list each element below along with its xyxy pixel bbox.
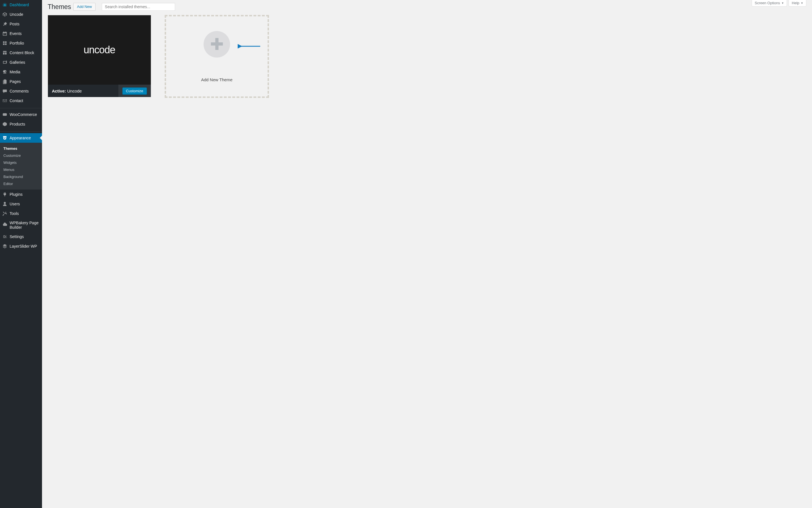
woocommerce-icon: [2, 112, 7, 117]
add-new-button[interactable]: Add New: [73, 3, 96, 11]
contact-icon: [2, 98, 7, 103]
settings-icon: [2, 234, 7, 239]
sidebar-item-label: Tools: [10, 211, 19, 216]
sidebar-item-label: Posts: [10, 22, 19, 26]
sidebar-item-pages[interactable]: Pages: [0, 77, 42, 86]
sidebar-item-media[interactable]: Media: [0, 67, 42, 77]
users-icon: [2, 201, 7, 207]
page-header: Themes Add New: [48, 0, 806, 15]
page-title: Themes: [48, 3, 71, 11]
sidebar-item-label: Uncode: [10, 12, 23, 17]
sidebar-item-label: Pages: [10, 79, 21, 84]
sidebar-item-portfolio[interactable]: Portfolio: [0, 38, 42, 48]
theme-card-footer: Active: Uncode Customize: [48, 85, 151, 97]
sidebar-item-layerslider[interactable]: LayerSlider WP: [0, 242, 42, 251]
submenu-item-menus[interactable]: Menus: [0, 166, 42, 173]
menu-separator: [0, 107, 42, 108]
screen-options-label: Screen Options: [755, 1, 780, 5]
sidebar-item-events[interactable]: Events: [0, 29, 42, 38]
theme-card-uncode[interactable]: uncode Active: Uncode Customize: [48, 15, 151, 97]
sidebar-item-woocommerce[interactable]: WooCommerce: [0, 110, 42, 119]
arrow-icon: [238, 43, 261, 50]
sidebar-item-label: Appearance: [10, 136, 31, 140]
menu-separator: [0, 130, 42, 132]
svg-rect-0: [3, 113, 7, 116]
sidebar-item-label: Media: [10, 70, 20, 74]
plugins-icon: [2, 192, 7, 197]
themes-grid: uncode Active: Uncode Customize ✚ Add Ne…: [48, 15, 806, 98]
sidebar-item-label: Portfolio: [10, 41, 24, 45]
sidebar-item-comments[interactable]: Comments: [0, 86, 42, 96]
galleries-icon: [2, 60, 7, 65]
main-content: Screen Options ▼ Help ▼ Themes Add New u…: [42, 0, 812, 508]
sidebar-item-contact[interactable]: Contact: [0, 96, 42, 105]
comments-icon: [2, 89, 7, 94]
submenu-item-customize[interactable]: Customize: [0, 152, 42, 159]
sidebar-item-label: Products: [10, 122, 25, 126]
sidebar-item-posts[interactable]: Posts: [0, 19, 42, 29]
sidebar-item-users[interactable]: Users: [0, 199, 42, 209]
sidebar-item-label: Comments: [10, 89, 29, 93]
theme-name-text: Uncode: [67, 89, 82, 93]
pages-icon: [2, 79, 7, 84]
wpbakery-icon: [2, 222, 7, 228]
chevron-down-icon: ▼: [801, 2, 803, 4]
submenu-item-themes[interactable]: Themes: [0, 145, 42, 152]
add-new-theme-card[interactable]: ✚ Add New Theme: [165, 15, 269, 98]
sidebar-item-label: LayerSlider WP: [10, 244, 37, 249]
appearance-submenu: Themes Customize Widgets Menus Backgroun…: [0, 143, 42, 189]
plus-icon: ✚: [210, 36, 224, 52]
sidebar-item-plugins[interactable]: Plugins: [0, 189, 42, 199]
sidebar-item-label: Plugins: [10, 192, 22, 197]
screen-options-button[interactable]: Screen Options ▼: [752, 0, 787, 6]
theme-actions: Customize: [119, 85, 151, 97]
sidebar-item-products[interactable]: Products: [0, 119, 42, 129]
theme-name: Active: Uncode: [52, 89, 82, 93]
sidebar-item-label: Galleries: [10, 60, 25, 65]
layerslider-icon: [2, 244, 7, 249]
appearance-icon: [2, 135, 7, 140]
sidebar-item-dashboard[interactable]: Dashboard: [0, 0, 42, 10]
admin-sidebar: Dashboard Uncode Posts Events Portfolio …: [0, 0, 42, 508]
uncode-icon: [2, 12, 7, 17]
calendar-icon: [2, 31, 7, 36]
theme-screenshot: uncode: [48, 15, 151, 85]
sidebar-item-appearance[interactable]: Appearance: [0, 133, 42, 143]
contentblock-icon: [2, 50, 7, 55]
chevron-down-icon: ▼: [781, 2, 784, 4]
media-icon: [2, 70, 7, 75]
sidebar-item-label: WooCommerce: [10, 112, 37, 117]
sidebar-item-label: Users: [10, 202, 20, 206]
theme-logo-text: uncode: [84, 44, 115, 56]
sidebar-item-label: WPBakery Page Builder: [10, 221, 40, 229]
sidebar-item-tools[interactable]: Tools: [0, 209, 42, 218]
top-right-controls: Screen Options ▼ Help ▼: [752, 0, 806, 6]
add-new-theme-label: Add New Theme: [201, 77, 232, 82]
plus-circle: ✚: [204, 31, 230, 57]
sidebar-item-label: Dashboard: [10, 3, 29, 7]
customize-button[interactable]: Customize: [122, 87, 147, 94]
tools-icon: [2, 211, 7, 216]
help-button[interactable]: Help ▼: [788, 0, 806, 6]
submenu-item-widgets[interactable]: Widgets: [0, 159, 42, 166]
theme-active-label: Active:: [52, 89, 66, 93]
sidebar-item-settings[interactable]: Settings: [0, 232, 42, 242]
submenu-item-background[interactable]: Background: [0, 173, 42, 180]
sidebar-item-galleries[interactable]: Galleries: [0, 57, 42, 67]
sidebar-item-wpbakery[interactable]: WPBakery Page Builder: [0, 218, 42, 232]
sidebar-item-uncode[interactable]: Uncode: [0, 10, 42, 19]
sidebar-item-label: Contact: [10, 98, 23, 103]
portfolio-icon: [2, 41, 7, 46]
sidebar-item-label: Content Block: [10, 50, 34, 55]
pin-icon: [2, 22, 7, 27]
sidebar-item-contentblock[interactable]: Content Block: [0, 48, 42, 57]
search-input[interactable]: [102, 3, 175, 11]
help-label: Help: [792, 1, 799, 5]
sidebar-item-label: Events: [10, 31, 22, 36]
dashboard-icon: [2, 2, 7, 7]
products-icon: [2, 122, 7, 127]
submenu-item-editor[interactable]: Editor: [0, 180, 42, 187]
sidebar-item-label: Settings: [10, 235, 24, 239]
